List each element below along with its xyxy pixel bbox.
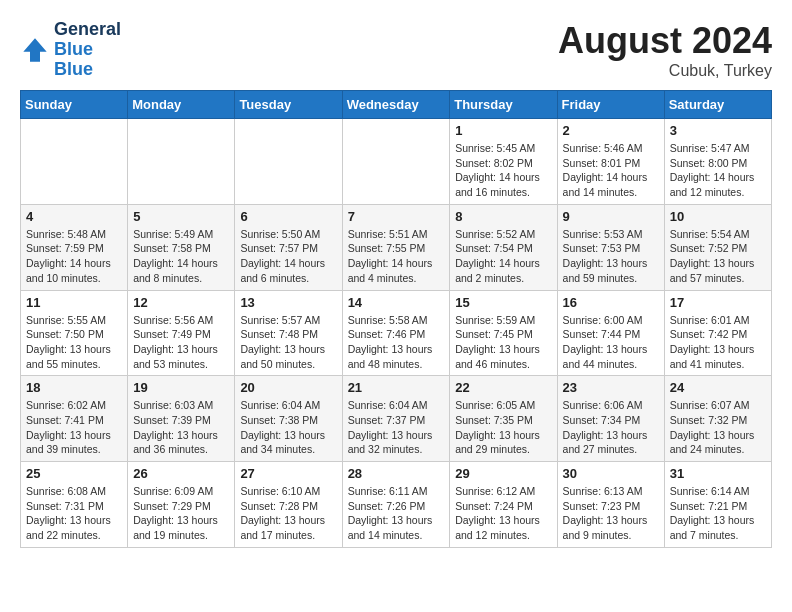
day-info: Sunrise: 5:52 AM Sunset: 7:54 PM Dayligh… xyxy=(455,227,551,286)
day-info: Sunrise: 6:06 AM Sunset: 7:34 PM Dayligh… xyxy=(563,398,659,457)
day-number: 9 xyxy=(563,209,659,224)
day-number: 6 xyxy=(240,209,336,224)
day-number: 12 xyxy=(133,295,229,310)
month-title: August 2024 xyxy=(558,20,772,62)
cell-w5-d1: 26Sunrise: 6:09 AM Sunset: 7:29 PM Dayli… xyxy=(128,462,235,548)
day-number: 30 xyxy=(563,466,659,481)
day-number: 2 xyxy=(563,123,659,138)
day-info: Sunrise: 6:13 AM Sunset: 7:23 PM Dayligh… xyxy=(563,484,659,543)
day-info: Sunrise: 6:04 AM Sunset: 7:37 PM Dayligh… xyxy=(348,398,445,457)
day-number: 3 xyxy=(670,123,766,138)
day-number: 8 xyxy=(455,209,551,224)
day-info: Sunrise: 5:47 AM Sunset: 8:00 PM Dayligh… xyxy=(670,141,766,200)
cell-w5-d6: 31Sunrise: 6:14 AM Sunset: 7:21 PM Dayli… xyxy=(664,462,771,548)
cell-w4-d6: 24Sunrise: 6:07 AM Sunset: 7:32 PM Dayli… xyxy=(664,376,771,462)
day-number: 18 xyxy=(26,380,122,395)
day-number: 20 xyxy=(240,380,336,395)
calendar-table: Sunday Monday Tuesday Wednesday Thursday… xyxy=(20,90,772,548)
header-tuesday: Tuesday xyxy=(235,91,342,119)
day-info: Sunrise: 5:48 AM Sunset: 7:59 PM Dayligh… xyxy=(26,227,122,286)
header-saturday: Saturday xyxy=(664,91,771,119)
logo-text: General Blue Blue xyxy=(54,20,121,79)
week-row-3: 11Sunrise: 5:55 AM Sunset: 7:50 PM Dayli… xyxy=(21,290,772,376)
day-number: 25 xyxy=(26,466,122,481)
cell-w3-d0: 11Sunrise: 5:55 AM Sunset: 7:50 PM Dayli… xyxy=(21,290,128,376)
day-number: 28 xyxy=(348,466,445,481)
week-row-4: 18Sunrise: 6:02 AM Sunset: 7:41 PM Dayli… xyxy=(21,376,772,462)
cell-w4-d3: 21Sunrise: 6:04 AM Sunset: 7:37 PM Dayli… xyxy=(342,376,450,462)
header-row: Sunday Monday Tuesday Wednesday Thursday… xyxy=(21,91,772,119)
header-sunday: Sunday xyxy=(21,91,128,119)
cell-w1-d2 xyxy=(235,119,342,205)
header-thursday: Thursday xyxy=(450,91,557,119)
day-number: 16 xyxy=(563,295,659,310)
day-info: Sunrise: 5:57 AM Sunset: 7:48 PM Dayligh… xyxy=(240,313,336,372)
day-info: Sunrise: 5:46 AM Sunset: 8:01 PM Dayligh… xyxy=(563,141,659,200)
day-number: 4 xyxy=(26,209,122,224)
day-info: Sunrise: 5:51 AM Sunset: 7:55 PM Dayligh… xyxy=(348,227,445,286)
day-info: Sunrise: 5:49 AM Sunset: 7:58 PM Dayligh… xyxy=(133,227,229,286)
day-info: Sunrise: 5:54 AM Sunset: 7:52 PM Dayligh… xyxy=(670,227,766,286)
logo: General Blue Blue xyxy=(20,20,121,79)
cell-w3-d1: 12Sunrise: 5:56 AM Sunset: 7:49 PM Dayli… xyxy=(128,290,235,376)
location-subtitle: Cubuk, Turkey xyxy=(558,62,772,80)
day-number: 26 xyxy=(133,466,229,481)
cell-w2-d2: 6Sunrise: 5:50 AM Sunset: 7:57 PM Daylig… xyxy=(235,204,342,290)
day-number: 7 xyxy=(348,209,445,224)
day-info: Sunrise: 6:02 AM Sunset: 7:41 PM Dayligh… xyxy=(26,398,122,457)
day-info: Sunrise: 5:45 AM Sunset: 8:02 PM Dayligh… xyxy=(455,141,551,200)
week-row-1: 1Sunrise: 5:45 AM Sunset: 8:02 PM Daylig… xyxy=(21,119,772,205)
cell-w5-d2: 27Sunrise: 6:10 AM Sunset: 7:28 PM Dayli… xyxy=(235,462,342,548)
cell-w2-d3: 7Sunrise: 5:51 AM Sunset: 7:55 PM Daylig… xyxy=(342,204,450,290)
day-info: Sunrise: 6:08 AM Sunset: 7:31 PM Dayligh… xyxy=(26,484,122,543)
day-info: Sunrise: 5:55 AM Sunset: 7:50 PM Dayligh… xyxy=(26,313,122,372)
title-block: August 2024 Cubuk, Turkey xyxy=(558,20,772,80)
header-wednesday: Wednesday xyxy=(342,91,450,119)
cell-w2-d5: 9Sunrise: 5:53 AM Sunset: 7:53 PM Daylig… xyxy=(557,204,664,290)
day-number: 29 xyxy=(455,466,551,481)
week-row-2: 4Sunrise: 5:48 AM Sunset: 7:59 PM Daylig… xyxy=(21,204,772,290)
day-info: Sunrise: 6:09 AM Sunset: 7:29 PM Dayligh… xyxy=(133,484,229,543)
cell-w3-d2: 13Sunrise: 5:57 AM Sunset: 7:48 PM Dayli… xyxy=(235,290,342,376)
day-number: 22 xyxy=(455,380,551,395)
day-info: Sunrise: 5:59 AM Sunset: 7:45 PM Dayligh… xyxy=(455,313,551,372)
cell-w1-d3 xyxy=(342,119,450,205)
day-info: Sunrise: 5:58 AM Sunset: 7:46 PM Dayligh… xyxy=(348,313,445,372)
cell-w4-d5: 23Sunrise: 6:06 AM Sunset: 7:34 PM Dayli… xyxy=(557,376,664,462)
cell-w1-d1 xyxy=(128,119,235,205)
cell-w4-d0: 18Sunrise: 6:02 AM Sunset: 7:41 PM Dayli… xyxy=(21,376,128,462)
cell-w3-d4: 15Sunrise: 5:59 AM Sunset: 7:45 PM Dayli… xyxy=(450,290,557,376)
header-friday: Friday xyxy=(557,91,664,119)
cell-w1-d6: 3Sunrise: 5:47 AM Sunset: 8:00 PM Daylig… xyxy=(664,119,771,205)
svg-marker-0 xyxy=(23,38,46,61)
day-number: 11 xyxy=(26,295,122,310)
day-number: 10 xyxy=(670,209,766,224)
day-info: Sunrise: 5:56 AM Sunset: 7:49 PM Dayligh… xyxy=(133,313,229,372)
day-number: 27 xyxy=(240,466,336,481)
page-header: General Blue Blue August 2024 Cubuk, Tur… xyxy=(20,20,772,80)
day-number: 24 xyxy=(670,380,766,395)
day-number: 15 xyxy=(455,295,551,310)
day-info: Sunrise: 6:05 AM Sunset: 7:35 PM Dayligh… xyxy=(455,398,551,457)
calendar-header: Sunday Monday Tuesday Wednesday Thursday… xyxy=(21,91,772,119)
day-number: 17 xyxy=(670,295,766,310)
day-info: Sunrise: 6:14 AM Sunset: 7:21 PM Dayligh… xyxy=(670,484,766,543)
cell-w5-d0: 25Sunrise: 6:08 AM Sunset: 7:31 PM Dayli… xyxy=(21,462,128,548)
day-info: Sunrise: 6:04 AM Sunset: 7:38 PM Dayligh… xyxy=(240,398,336,457)
cell-w1-d5: 2Sunrise: 5:46 AM Sunset: 8:01 PM Daylig… xyxy=(557,119,664,205)
calendar-body: 1Sunrise: 5:45 AM Sunset: 8:02 PM Daylig… xyxy=(21,119,772,548)
cell-w2-d6: 10Sunrise: 5:54 AM Sunset: 7:52 PM Dayli… xyxy=(664,204,771,290)
day-number: 31 xyxy=(670,466,766,481)
day-number: 23 xyxy=(563,380,659,395)
cell-w2-d4: 8Sunrise: 5:52 AM Sunset: 7:54 PM Daylig… xyxy=(450,204,557,290)
cell-w3-d3: 14Sunrise: 5:58 AM Sunset: 7:46 PM Dayli… xyxy=(342,290,450,376)
cell-w5-d5: 30Sunrise: 6:13 AM Sunset: 7:23 PM Dayli… xyxy=(557,462,664,548)
cell-w4-d2: 20Sunrise: 6:04 AM Sunset: 7:38 PM Dayli… xyxy=(235,376,342,462)
day-number: 14 xyxy=(348,295,445,310)
day-info: Sunrise: 6:12 AM Sunset: 7:24 PM Dayligh… xyxy=(455,484,551,543)
day-number: 13 xyxy=(240,295,336,310)
day-info: Sunrise: 6:01 AM Sunset: 7:42 PM Dayligh… xyxy=(670,313,766,372)
day-info: Sunrise: 5:53 AM Sunset: 7:53 PM Dayligh… xyxy=(563,227,659,286)
cell-w1-d0 xyxy=(21,119,128,205)
day-number: 1 xyxy=(455,123,551,138)
